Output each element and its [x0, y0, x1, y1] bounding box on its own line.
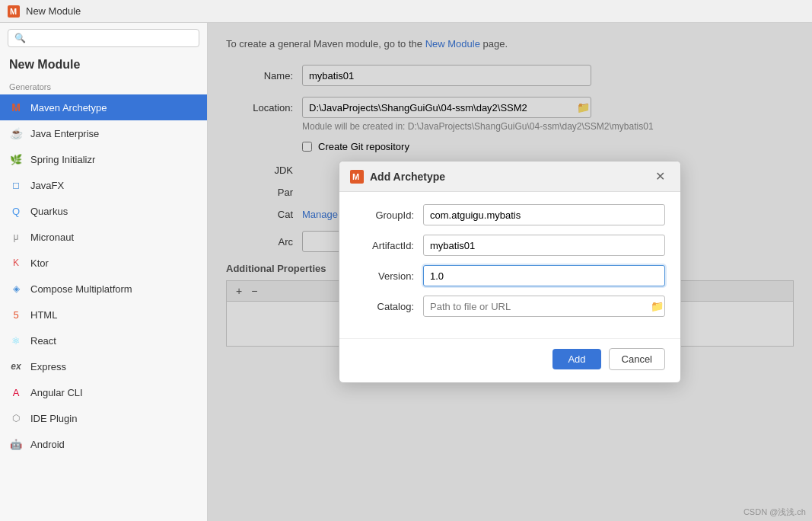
- sidebar-item-express[interactable]: exExpress: [0, 353, 207, 379]
- catalog-folder-button[interactable]: 📁: [651, 300, 664, 312]
- sidebar-icon-ide-plugin: ⬡: [9, 411, 23, 425]
- sidebar-icon-html: 5: [9, 308, 23, 321]
- dialog-title-left: M Add Archetype: [350, 170, 445, 184]
- sidebar-icon-maven-archetype: M: [9, 101, 23, 114]
- sidebar-label-html: HTML: [30, 309, 57, 321]
- sidebar-icon-express: ex: [9, 360, 23, 373]
- sidebar-item-spring-initializr[interactable]: 🌿Spring Initializr: [0, 146, 207, 172]
- sidebar-item-html[interactable]: 5HTML: [0, 302, 207, 328]
- dialog-version-input[interactable]: [423, 265, 665, 286]
- sidebar-item-ide-plugin[interactable]: ⬡IDE Plugin: [0, 405, 207, 431]
- sidebar: 🔍 New Module Generators MMaven Archetype…: [0, 23, 208, 521]
- app-icon: M: [8, 5, 20, 18]
- sidebar-item-angular-cli[interactable]: AAngular CLI: [0, 379, 207, 405]
- sidebar-label-micronaut: Micronaut: [30, 232, 74, 243]
- dialog-catalog-input[interactable]: [423, 296, 665, 317]
- dialog-title-text: Add Archetype: [370, 171, 445, 183]
- sidebar-item-maven-archetype[interactable]: MMaven Archetype: [0, 94, 207, 120]
- catalog-input-wrap: 📁: [423, 296, 665, 317]
- sidebar-item-compose-multiplatform[interactable]: ◈Compose Multiplatform: [0, 276, 207, 302]
- dialog-body: GroupId: ArtifactId: Version: Catalog:: [339, 192, 680, 338]
- dialog-artifactid-label: ArtifactId:: [355, 240, 423, 251]
- sidebar-icon-micronaut: μ: [9, 230, 23, 244]
- dialog-catalog-row: Catalog: 📁: [355, 296, 665, 317]
- sidebar-label-android: Android: [30, 439, 65, 450]
- dialog-version-row: Version:: [355, 265, 665, 286]
- sidebar-icon-ktor: K: [9, 256, 23, 270]
- svg-text:M: M: [352, 172, 359, 181]
- search-icon: 🔍: [14, 33, 26, 43]
- dialog-icon: M: [350, 170, 364, 184]
- generators-label: Generators: [0, 79, 207, 94]
- dialog-version-label: Version:: [355, 270, 423, 282]
- sidebar-icon-javafx: ◻: [9, 178, 23, 192]
- sidebar-label-javafx: JavaFX: [30, 180, 64, 191]
- dialog-groupid-row: GroupId:: [355, 204, 665, 225]
- sidebar-label-react: React: [30, 335, 56, 347]
- sidebar-label-ide-plugin: IDE Plugin: [30, 413, 77, 424]
- dialog-footer: Add Cancel: [339, 338, 680, 382]
- dialog-groupid-input[interactable]: [423, 204, 665, 225]
- sidebar-item-javafx[interactable]: ◻JavaFX: [0, 172, 207, 198]
- sidebar-icon-spring-initializr: 🌿: [9, 152, 23, 166]
- svg-text:M: M: [10, 7, 17, 16]
- sidebar-label-java-enterprise: Java Enterprise: [30, 128, 99, 139]
- sidebar-item-ktor[interactable]: KKtor: [0, 250, 207, 276]
- sidebar-label-compose-multiplatform: Compose Multiplatform: [30, 283, 132, 295]
- search-box[interactable]: 🔍: [8, 29, 199, 47]
- sidebar-icon-angular-cli: A: [9, 385, 23, 399]
- sidebar-label-maven-archetype: Maven Archetype: [30, 102, 107, 113]
- dialog-artifactid-row: ArtifactId:: [355, 235, 665, 256]
- dialog-catalog-label: Catalog:: [355, 301, 423, 312]
- dialog-title-bar: M Add Archetype ✕: [339, 161, 680, 192]
- sidebar-item-java-enterprise[interactable]: ☕Java Enterprise: [0, 120, 207, 146]
- title-bar-text: New Module: [26, 5, 81, 17]
- sidebar-icon-quarkus: Q: [9, 204, 23, 218]
- sidebar-icon-android: 🤖: [9, 437, 23, 451]
- sidebar-icon-java-enterprise: ☕: [9, 126, 23, 140]
- sidebar-icon-compose-multiplatform: ◈: [9, 282, 23, 296]
- dialog-close-button[interactable]: ✕: [651, 168, 670, 185]
- sidebar-label-express: Express: [30, 361, 66, 372]
- sidebar-label-spring-initializr: Spring Initializr: [30, 154, 95, 165]
- sidebar-label-quarkus: Quarkus: [30, 206, 68, 217]
- add-archetype-dialog: M Add Archetype ✕ GroupId: ArtifactId:: [339, 161, 681, 383]
- dialog-artifactid-input[interactable]: [423, 235, 665, 256]
- content-area: To create a general Maven module, go to …: [208, 23, 812, 521]
- title-bar: M New Module: [0, 0, 812, 23]
- sidebar-items-list: MMaven Archetype☕Java Enterprise🌿Spring …: [0, 94, 207, 521]
- sidebar-item-micronaut[interactable]: μMicronaut: [0, 224, 207, 250]
- dialog-groupid-label: GroupId:: [355, 209, 423, 221]
- sidebar-item-react[interactable]: ⚛React: [0, 328, 207, 353]
- dialog-add-button[interactable]: Add: [552, 349, 600, 369]
- sidebar-label-angular-cli: Angular CLI: [30, 387, 83, 398]
- dialog-cancel-button[interactable]: Cancel: [609, 348, 665, 370]
- main-layout: 🔍 New Module Generators MMaven Archetype…: [0, 23, 812, 521]
- sidebar-item-android[interactable]: 🤖Android: [0, 431, 207, 457]
- sidebar-label-ktor: Ktor: [30, 257, 49, 269]
- sidebar-icon-react: ⚛: [9, 334, 23, 347]
- dialog-overlay: M Add Archetype ✕ GroupId: ArtifactId:: [208, 23, 812, 521]
- sidebar-item-quarkus[interactable]: QQuarkus: [0, 198, 207, 224]
- sidebar-title: New Module: [0, 53, 207, 79]
